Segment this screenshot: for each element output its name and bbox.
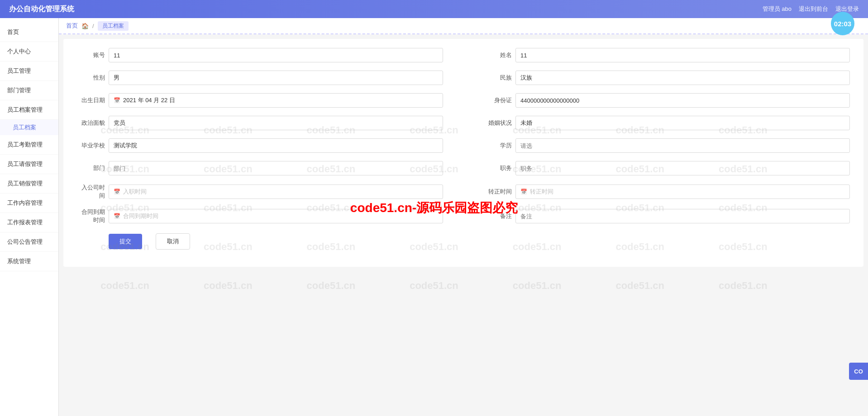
school-group: 毕业学校 <box>77 138 443 153</box>
sidebar-item-stafffile[interactable]: 员工档案管理 <box>0 100 58 120</box>
sidebar-item-cancel-leave[interactable]: 员工销假管理 <box>0 174 58 194</box>
form-row-5: 毕业学校 学历 <box>77 138 850 153</box>
join-group: 入公司时间 📅 入职时间 <box>77 184 443 200</box>
form-buttons: 提交 取消 <box>109 233 850 250</box>
confirm-calendar-icon: 📅 <box>520 189 527 195</box>
form-row-1: 账号 姓名 <box>77 48 850 62</box>
gender-label: 性别 <box>77 74 109 82</box>
contract-group: 合同到期时间 📅 合同到期时间 <box>77 208 443 224</box>
dept-input[interactable] <box>109 161 443 175</box>
contract-label: 合同到期时间 <box>77 208 109 224</box>
form-row-3: 出生日期 📅 2021 年 04 月 22 日 身份证 <box>77 93 850 108</box>
birthdate-value: 2021 年 04 月 22 日 <box>123 96 175 104</box>
note-label: 备注 <box>484 212 515 220</box>
sidebar-item-notice[interactable]: 公司公告管理 <box>0 232 58 252</box>
sidebar-item-leave[interactable]: 员工请假管理 <box>0 155 58 174</box>
education-group: 学历 <box>484 138 850 153</box>
sidebar-item-personal[interactable]: 个人中心 <box>0 42 58 61</box>
ethnicity-label: 民族 <box>484 74 515 82</box>
back-to-front-btn[interactable]: 退出到前台 <box>799 5 828 13</box>
ethnicity-input[interactable] <box>515 71 850 85</box>
contract-calendar-icon: 📅 <box>114 213 120 219</box>
account-input[interactable] <box>109 48 443 62</box>
submit-button[interactable]: 提交 <box>109 234 142 249</box>
marital-group: 婚姻状况 <box>484 116 850 130</box>
main-content: 首页 🏠 / 员工档案 02:03 账号 姓名 <box>59 18 868 416</box>
education-input[interactable] <box>515 138 850 153</box>
position-input[interactable] <box>515 161 850 175</box>
name-label: 姓名 <box>484 51 515 59</box>
breadcrumb-current: 员工档案 <box>98 21 129 31</box>
form-row-2: 性别 民族 <box>77 71 850 85</box>
sidebar-item-work[interactable]: 工作内容管理 <box>0 194 58 213</box>
form-row-7: 入公司时间 📅 入职时间 转正时间 📅 转正时间 <box>77 184 850 200</box>
join-placeholder: 入职时间 <box>123 188 147 196</box>
sidebar-item-dept[interactable]: 部门管理 <box>0 81 58 100</box>
account-label: 账号 <box>77 51 109 59</box>
breadcrumb-home[interactable]: 首页 <box>66 22 78 30</box>
form-row-4: 政治面貌 婚姻状况 <box>77 116 850 130</box>
dept-label: 部门 <box>77 164 109 172</box>
birthdate-label: 出生日期 <box>77 96 109 104</box>
confirm-input[interactable]: 📅 转正时间 <box>515 184 850 199</box>
id-group: 身份证 <box>484 93 850 108</box>
breadcrumb: 首页 🏠 / 员工档案 <box>59 18 868 34</box>
contract-placeholder: 合同到期时间 <box>123 212 158 220</box>
confirm-group: 转正时间 📅 转正时间 <box>484 184 850 199</box>
note-group: 备注 <box>484 209 850 223</box>
political-input[interactable] <box>109 116 443 130</box>
gender-input[interactable] <box>109 71 443 85</box>
name-input[interactable] <box>515 48 850 62</box>
political-group: 政治面貌 <box>77 116 443 130</box>
confirm-placeholder: 转正时间 <box>530 188 553 196</box>
account-group: 账号 <box>77 48 443 62</box>
confirm-label: 转正时间 <box>484 188 515 196</box>
layout: 首页 个人中心 员工管理 部门管理 员工档案管理 员工档案 员工考勤管理 员工请… <box>0 18 868 416</box>
school-input[interactable] <box>109 138 443 153</box>
form-area: 02:03 账号 姓名 性别 <box>63 39 863 267</box>
sidebar-item-attendance[interactable]: 员工考勤管理 <box>0 135 58 155</box>
sidebar-item-home[interactable]: 首页 <box>0 23 58 42</box>
birthdate-group: 出生日期 📅 2021 年 04 月 22 日 <box>77 93 443 108</box>
contract-input[interactable]: 📅 合同到期时间 <box>109 209 443 223</box>
marital-label: 婚姻状况 <box>484 119 515 127</box>
calendar-icon: 📅 <box>114 97 120 104</box>
birthdate-input[interactable]: 📅 2021 年 04 月 22 日 <box>109 93 443 108</box>
position-group: 职务 <box>484 161 850 175</box>
note-input[interactable] <box>515 209 850 223</box>
gender-group: 性别 <box>77 71 443 85</box>
school-label: 毕业学校 <box>77 142 109 150</box>
sidebar-item-report[interactable]: 工作报表管理 <box>0 213 58 232</box>
bottom-area <box>59 271 868 362</box>
education-label: 学历 <box>484 142 515 150</box>
id-label: 身份证 <box>484 96 515 104</box>
join-label: 入公司时间 <box>77 184 109 200</box>
co-badge: CO <box>849 363 868 380</box>
timer-badge: 02:03 <box>831 12 854 35</box>
app-title: 办公自动化管理系统 <box>9 5 74 14</box>
form-row-8: 合同到期时间 📅 合同到期时间 备注 <box>77 208 850 224</box>
cancel-button[interactable]: 取消 <box>156 233 190 250</box>
breadcrumb-icon: 🏠 <box>81 23 89 29</box>
header: 办公自动化管理系统 管理员 abo 退出到前台 退出登录 <box>0 0 868 18</box>
id-input[interactable] <box>515 93 850 108</box>
join-calendar-icon: 📅 <box>114 189 120 195</box>
sidebar: 首页 个人中心 员工管理 部门管理 员工档案管理 员工档案 员工考勤管理 员工请… <box>0 18 59 416</box>
breadcrumb-sep: / <box>92 23 94 29</box>
political-label: 政治面貌 <box>77 119 109 127</box>
admin-label: 管理员 abo <box>763 5 792 13</box>
position-label: 职务 <box>484 164 515 172</box>
sidebar-item-staff[interactable]: 员工管理 <box>0 61 58 81</box>
sidebar-item-stafffile-sub[interactable]: 员工档案 <box>0 120 58 135</box>
marital-input[interactable] <box>515 116 850 130</box>
name-group: 姓名 <box>484 48 850 62</box>
join-input[interactable]: 📅 入职时间 <box>109 184 443 199</box>
ethnicity-group: 民族 <box>484 71 850 85</box>
dept-group: 部门 <box>77 161 443 175</box>
form-row-6: 部门 职务 <box>77 161 850 175</box>
sidebar-item-system[interactable]: 系统管理 <box>0 252 58 271</box>
